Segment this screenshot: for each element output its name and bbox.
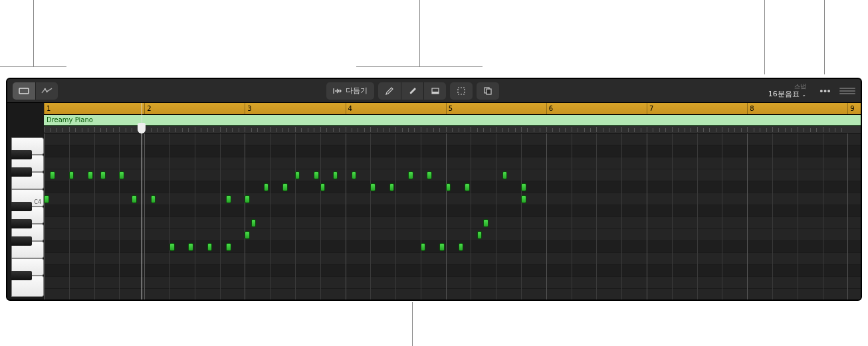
beat-line xyxy=(471,133,471,300)
more-button[interactable]: ••• xyxy=(815,82,835,100)
midi-note[interactable] xyxy=(169,243,175,251)
midi-note[interactable] xyxy=(521,183,526,191)
grid-row xyxy=(44,169,861,181)
beat-line xyxy=(320,133,321,300)
midi-note[interactable] xyxy=(100,171,106,179)
beat-line xyxy=(370,133,371,300)
region-header[interactable]: Dreamy Piano xyxy=(44,115,861,126)
beat-line xyxy=(169,133,170,300)
midi-note[interactable] xyxy=(245,195,250,203)
bar-line xyxy=(245,133,245,300)
bar-line xyxy=(144,133,145,300)
callout-top-r2 xyxy=(824,0,825,74)
snap-value: 16분음표 xyxy=(768,90,800,98)
midi-note[interactable] xyxy=(282,183,288,191)
beat-ruler xyxy=(44,126,861,133)
snap-setting[interactable]: 스냅 16분음표 ⌄ xyxy=(768,83,806,99)
midi-note[interactable] xyxy=(427,171,432,179)
callout-top-r1 xyxy=(764,0,765,74)
piano-roll-editor: 다듬기 스냅 16분음표 ⌄ ••• xyxy=(6,78,862,301)
grid-row xyxy=(44,157,861,169)
midi-note[interactable] xyxy=(245,231,250,239)
rectangle-icon xyxy=(19,87,29,95)
grid-row xyxy=(44,193,861,205)
midi-note[interactable] xyxy=(477,231,483,239)
midi-note[interactable] xyxy=(333,171,338,179)
black-key[interactable] xyxy=(11,150,32,159)
note-grid[interactable]: 1 2 3 4 5 6 7 8 9 Dreamy Piano xyxy=(44,103,861,300)
bar-ruler[interactable]: 1 2 3 4 5 6 7 8 9 xyxy=(44,103,861,115)
bar-mark: 1 xyxy=(44,103,51,114)
brush-icon xyxy=(408,86,417,96)
play-next-label: 다듬기 xyxy=(346,86,368,96)
midi-note[interactable] xyxy=(119,171,124,179)
black-key[interactable] xyxy=(11,202,32,211)
black-key[interactable] xyxy=(11,236,32,246)
svg-rect-7 xyxy=(487,89,491,94)
midi-note[interactable] xyxy=(251,219,257,227)
snap-label: 스냅 xyxy=(768,83,806,90)
midi-note[interactable] xyxy=(459,243,464,251)
svg-rect-0 xyxy=(19,88,29,94)
grid-row xyxy=(44,133,861,145)
bar-mark: 9 xyxy=(847,103,854,114)
piano-keyboard[interactable]: C4 xyxy=(7,103,44,300)
midi-note[interactable] xyxy=(370,183,376,191)
midi-note[interactable] xyxy=(314,171,319,179)
midi-note[interactable] xyxy=(408,171,413,179)
midi-note[interactable] xyxy=(446,183,451,191)
midi-note[interactable] xyxy=(502,171,508,179)
grid-row xyxy=(44,289,861,300)
beat-line xyxy=(572,133,572,300)
svg-rect-5 xyxy=(458,88,465,94)
pencil-tool-button[interactable] xyxy=(378,82,401,100)
midi-note[interactable] xyxy=(226,243,231,251)
brush-tool-button[interactable] xyxy=(401,82,423,100)
midi-note[interactable] xyxy=(151,195,156,203)
midi-note[interactable] xyxy=(188,243,193,251)
velocity-tool-button[interactable] xyxy=(423,82,446,100)
midi-note[interactable] xyxy=(88,171,93,179)
beat-line xyxy=(621,133,622,300)
playhead-handle[interactable] xyxy=(138,123,146,133)
grid-row xyxy=(44,265,861,277)
key-label-c4: C4 xyxy=(34,199,41,205)
svg-point-1 xyxy=(44,88,46,90)
bar-line xyxy=(747,133,748,300)
pencil-icon xyxy=(385,86,394,96)
copy-button[interactable] xyxy=(477,82,499,100)
automation-view-button[interactable] xyxy=(35,82,58,100)
play-arrow-icon xyxy=(333,87,342,95)
midi-note[interactable] xyxy=(69,171,74,179)
midi-note[interactable] xyxy=(465,183,470,191)
midi-note[interactable] xyxy=(521,195,526,203)
midi-note[interactable] xyxy=(320,183,326,191)
grid-view-button[interactable] xyxy=(13,82,35,100)
play-next-button[interactable]: 다듬기 xyxy=(326,82,374,100)
svg-rect-4 xyxy=(432,92,439,94)
midi-note[interactable] xyxy=(421,243,426,251)
midi-note[interactable] xyxy=(207,243,213,251)
midi-note[interactable] xyxy=(132,195,137,203)
beat-line xyxy=(496,133,496,300)
bar-mark: 7 xyxy=(647,103,653,114)
midi-note[interactable] xyxy=(352,171,357,179)
resize-handle[interactable] xyxy=(839,88,855,94)
black-key[interactable] xyxy=(11,167,32,177)
beat-line xyxy=(195,133,195,300)
beat-line xyxy=(772,133,773,300)
midi-note[interactable] xyxy=(44,195,49,203)
midi-note[interactable] xyxy=(439,243,445,251)
black-key[interactable] xyxy=(11,219,32,228)
callout-top-mid xyxy=(419,0,420,66)
beat-line xyxy=(69,133,70,300)
bar-mark: 3 xyxy=(245,103,251,114)
selection-button[interactable] xyxy=(450,82,473,100)
midi-note[interactable] xyxy=(50,171,55,179)
midi-note[interactable] xyxy=(389,183,395,191)
midi-note[interactable] xyxy=(264,183,269,191)
midi-note[interactable] xyxy=(295,171,300,179)
black-key[interactable] xyxy=(11,271,32,280)
midi-note[interactable] xyxy=(483,219,488,227)
midi-note[interactable] xyxy=(226,195,231,203)
